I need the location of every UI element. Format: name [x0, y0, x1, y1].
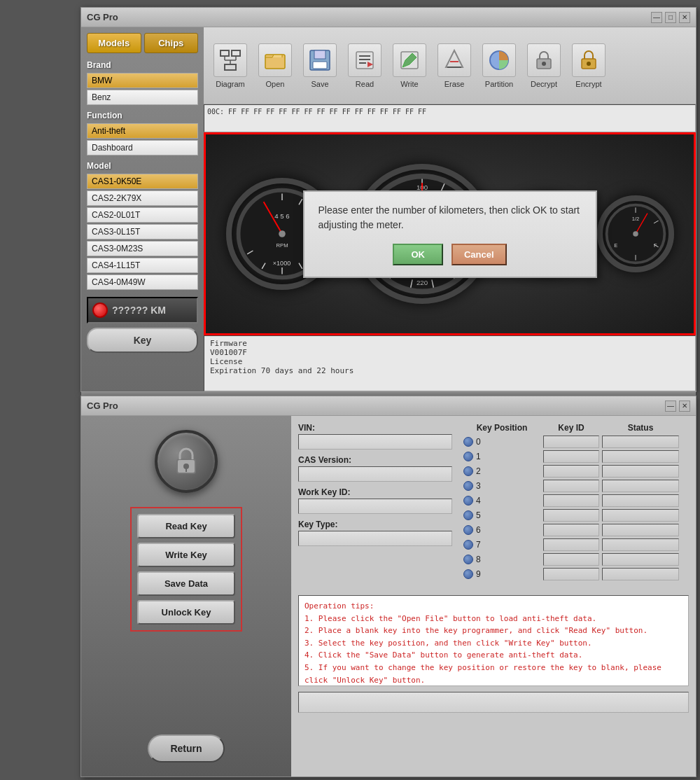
diagram-label: Diagram [216, 80, 245, 88]
dashboard-area: 4 5 6 RPM ×1000 [204, 132, 696, 335]
key-type-input[interactable] [298, 531, 452, 546]
key-status-input-6[interactable] [602, 524, 679, 536]
key-id-input-1[interactable] [543, 450, 599, 463]
bottom-window: CG Pro — ✕ Read Key Write Key Save Data [80, 396, 696, 777]
toolbar: Diagram Open [204, 27, 696, 104]
key-dot-cell-6[interactable]: 6 [463, 525, 540, 535]
svg-marker-18 [446, 50, 463, 67]
tool-encrypt[interactable]: Encrypt [568, 41, 610, 91]
key-status-input-1[interactable] [602, 450, 679, 463]
save-data-button[interactable]: Save Data [137, 571, 235, 596]
key-status-input-5[interactable] [602, 509, 679, 522]
function-label: Function [87, 111, 198, 120]
open-icon [258, 43, 292, 77]
top-window-title: CG Pro [87, 12, 118, 22]
tips-line-3: 3. Select the key position, and then cli… [304, 637, 682, 650]
tool-decrypt[interactable]: Decrypt [523, 41, 565, 91]
function-item-dashboard[interactable]: Dashboard [87, 140, 198, 155]
key-status-input-4[interactable] [602, 494, 679, 507]
bottom-close-btn[interactable]: ✕ [679, 401, 690, 412]
key-dot-cell-5[interactable]: 5 [463, 510, 540, 520]
key-row-3: 3 [463, 480, 696, 492]
model-item-5[interactable]: CAS4-1L15T [87, 258, 198, 273]
key-dot-cell-3[interactable]: 3 [463, 481, 540, 491]
tips-line-4: 4. Click the "Save Data" button to gener… [304, 649, 682, 662]
key-status-input-9[interactable] [602, 568, 679, 580]
work-key-id-field: Work Key ID: [298, 487, 452, 514]
key-row-2: 2 [463, 465, 696, 478]
cas-version-input[interactable] [298, 466, 452, 482]
brand-item-benz[interactable]: Benz [87, 90, 198, 105]
key-id-input-9[interactable] [543, 568, 599, 580]
hex-area: 00C: FF FF FF FF FF FF FF FF FF FF FF FF… [204, 104, 696, 132]
key-status-input-0[interactable] [602, 436, 679, 448]
model-item-6[interactable]: CAS4-0M49W [87, 274, 198, 290]
key-dot-cell-4[interactable]: 4 [463, 496, 540, 506]
key-dot-cell-8[interactable]: 8 [463, 555, 540, 564]
bottom-text-input[interactable] [299, 692, 688, 712]
vin-field: VIN: [298, 423, 452, 450]
key-id-input-2[interactable] [543, 465, 599, 478]
key-id-input-6[interactable] [543, 524, 599, 536]
work-key-id-input[interactable] [298, 499, 452, 514]
svg-rect-10 [313, 62, 327, 69]
read-key-button[interactable]: Read Key [137, 514, 235, 538]
tool-open[interactable]: Open [254, 41, 296, 91]
key-id-input-7[interactable] [543, 538, 599, 551]
key-id-input-8[interactable] [543, 553, 599, 566]
write-key-button[interactable]: Write Key [137, 543, 235, 567]
svg-rect-1 [232, 50, 240, 56]
top-content: Models Chips Brand BMW Benz Function Ant… [81, 27, 696, 391]
bottom-input-area[interactable] [298, 692, 689, 713]
key-status-input-7[interactable] [602, 538, 679, 551]
key-id-input-4[interactable] [543, 494, 599, 507]
key-dot-cell-9[interactable]: 9 [463, 569, 540, 579]
brand-item-bmw[interactable]: BMW [87, 73, 198, 88]
minimize-btn[interactable]: — [651, 12, 662, 23]
key-dot-8 [463, 555, 473, 564]
key-id-input-3[interactable] [543, 480, 599, 492]
brand-label: Brand [87, 60, 198, 70]
model-item-4[interactable]: CAS3-0M23S [87, 241, 198, 256]
close-btn[interactable]: ✕ [679, 12, 690, 23]
info-text: FirmwareV001007FLicenseExpiration 70 day… [210, 339, 690, 375]
model-item-0[interactable]: CAS1-0K50E [87, 174, 198, 189]
key-row-6: 6 [463, 524, 696, 536]
bottom-right-panel: VIN: CAS Version: Work Key ID: Key Type: [291, 416, 696, 776]
tab-chips[interactable]: Chips [144, 33, 199, 53]
key-dot-cell-0[interactable]: 0 [463, 437, 540, 447]
function-item-antitheft[interactable]: Anti-theft [87, 123, 198, 139]
key-status-input-2[interactable] [602, 465, 679, 478]
key-dot-cell-1[interactable]: 1 [463, 452, 540, 461]
tool-read[interactable]: Read [344, 41, 386, 91]
model-item-2[interactable]: CAS2-0L01T [87, 207, 198, 223]
unlock-key-button[interactable]: Unlock Key [137, 600, 235, 625]
key-dot-cell-7[interactable]: 7 [463, 540, 540, 550]
dialog-cancel-button[interactable]: Cancel [451, 244, 507, 265]
tips-title: Operation tips: [304, 600, 682, 613]
maximize-btn[interactable]: □ [665, 12, 676, 23]
bottom-minimize-btn[interactable]: — [665, 401, 676, 412]
key-row-4: 4 [463, 494, 696, 507]
model-item-3[interactable]: CAS3-0L15T [87, 224, 198, 239]
km-value: ?????? KM [112, 305, 166, 316]
tool-write[interactable]: Write [388, 41, 430, 91]
tool-partition[interactable]: Partition [478, 41, 520, 91]
key-status-input-8[interactable] [602, 553, 679, 566]
tool-diagram[interactable]: Diagram [209, 41, 251, 91]
tool-save[interactable]: Save [299, 41, 341, 91]
key-id-input-5[interactable] [543, 509, 599, 522]
return-button[interactable]: Return [148, 734, 224, 762]
km-dialog: Please enter the number of kilometers, t… [303, 190, 597, 278]
tool-erase[interactable]: Erase [433, 41, 475, 91]
key-button[interactable]: Key [87, 328, 198, 353]
tab-models[interactable]: Models [87, 33, 141, 53]
read-label: Read [356, 80, 374, 88]
vin-input[interactable] [298, 434, 452, 450]
model-item-1[interactable]: CAS2-2K79X [87, 190, 198, 206]
key-id-input-0[interactable] [543, 436, 599, 448]
dialog-ok-button[interactable]: OK [393, 244, 443, 265]
vin-label: VIN: [298, 423, 452, 433]
key-status-input-3[interactable] [602, 480, 679, 492]
key-dot-cell-2[interactable]: 2 [463, 466, 540, 476]
